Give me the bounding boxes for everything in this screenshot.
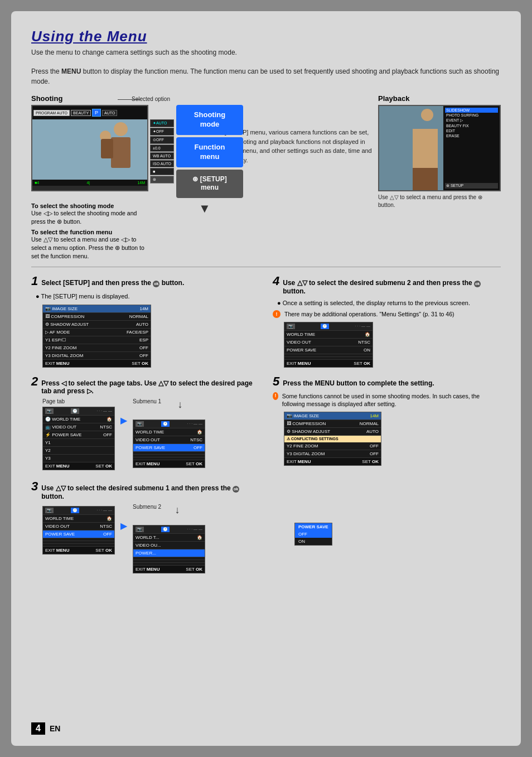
- pb-slideshow: SLIDESHOW: [445, 108, 498, 113]
- pb-setup: ⊛ SETUP: [445, 183, 498, 189]
- s3r-powersave: POWER...: [133, 549, 205, 557]
- selected-option-line: [118, 99, 140, 100]
- menu-row-imagesize: 📷 IMAGE SIZE14M: [43, 305, 151, 313]
- camera-screen: PROGRAM AUTO BEAUTY P AUTO: [31, 105, 148, 191]
- shooting-hints: To select the shooting mode Use ◁▷ to se…: [31, 202, 148, 260]
- menu-row-shadow: ⚙ SHADOW ADJUSTAUTO: [43, 321, 151, 329]
- main-page: Using the Menu Use the menu to change ca…: [11, 11, 521, 746]
- cm-imagesize: 📷 IMAGE SIZE14M: [284, 412, 381, 420]
- step-3-header: 3 Use △▽ to select the desired submenu 1…: [31, 479, 259, 500]
- s3r-videoout: VIDEO OU...: [133, 542, 205, 549]
- shooting-label: Shooting: [31, 94, 196, 103]
- page-tab-menu: 📷 🕐 · · · — — 🕐 WORLD TIME🏠 📺 VIDEO OUTN…: [42, 407, 115, 470]
- function-menu-box: Functionmenu: [176, 137, 243, 167]
- step-1: 1 Select [SETUP] and then press the ok b…: [31, 274, 259, 368]
- top-diagram: Shooting Selected option PROGRAM AUTO BE…: [31, 94, 501, 260]
- mode-program: PROGRAM AUTO: [33, 110, 70, 116]
- step-3-num: 3: [31, 479, 38, 494]
- menu-row-finezoom: Y2 FINE ZOOMOFF: [43, 344, 151, 352]
- info-icon-5: !: [273, 392, 278, 400]
- cm-finezoom: Y2 FINE ZOOMOFF: [284, 442, 381, 450]
- sm1-footer: EXIT MENUSET OK: [133, 460, 205, 467]
- step4-final-menu: 📷 🕐 · · · — — WORLD TIME🏠 VIDEO OUTNTSC …: [284, 322, 373, 368]
- playback-hint: Use △▽ to select a menu and press the ⊛ …: [378, 194, 501, 209]
- playback-menu: SLIDESHOW PHOTO SURFING EVENT ▷ BEAUTY F…: [443, 106, 500, 190]
- step4-menu-display: 📷 🕐 · · · — — WORLD TIME🏠 VIDEO OUTNTSC …: [284, 322, 501, 368]
- s4-powersave: POWER SAVEON: [284, 346, 373, 354]
- s4-worldtime: WORLD TIME🏠: [284, 331, 373, 339]
- step3-right-menu: 📷 🕐 · · · — — WORLD T...🏠 VIDEO OU...: [133, 525, 205, 573]
- step-5: 5 Press the MENU button to complete the …: [273, 374, 501, 466]
- step-2-text: Press ◁ to select the page tabs. Use △▽ …: [41, 379, 259, 395]
- pb-erase: ERASE: [445, 133, 498, 138]
- pb-edit: EDIT: [445, 128, 498, 133]
- page-title: Using the Menu: [31, 28, 501, 45]
- divider-1: [31, 267, 501, 267]
- step-3: 3 Use △▽ to select the desired submenu 1…: [31, 479, 259, 576]
- arrow-down: ▼: [199, 201, 211, 216]
- photo-area: [32, 119, 147, 180]
- menu-boxes: Shootingmode Functionmenu ⊛ [SETUP]menu …: [176, 105, 243, 216]
- s3l-videoout: VIDEO OUTNTSC: [43, 523, 114, 531]
- menu-row-esp: Y1 ESP/☐ESP: [43, 336, 151, 344]
- s4-footer: EXIT MENUSET OK: [284, 360, 373, 367]
- s3l-footer: EXIT MENUSET OK: [43, 547, 114, 554]
- step-1-bullet: The [SETUP] menu is displayed.: [36, 292, 259, 301]
- sm1-videoout: VIDEO OUTNTSC: [133, 436, 205, 444]
- cam-bottom: ■4 4| 14M: [32, 180, 147, 186]
- s3l-powersave: POWER SAVEOFF: [43, 531, 114, 538]
- s3r-worldtime: WORLD T...🏠: [133, 534, 205, 542]
- page-tab-label: Page tab: [42, 398, 115, 404]
- step-5-text: Press the MENU button to complete the se…: [283, 379, 434, 387]
- step-4-note: ! There may be additional operations. "M…: [273, 310, 501, 319]
- mode-bar: PROGRAM AUTO BEAUTY P AUTO: [32, 106, 147, 119]
- cm-footer: EXIT MENUSET OK: [284, 458, 381, 465]
- side-menu: ✦AUTO ✦OFF ⊙OFF ±0.0 WB AUTO ISO AUTO ■ …: [150, 119, 174, 184]
- pt-videoout: 📺 VIDEO OUTNTSC: [43, 423, 114, 431]
- menu-row-compression: 🖼 COMPRESSIONNORMAL: [43, 313, 151, 321]
- pb-beauty-fix: BEAUTY FIX: [445, 123, 498, 128]
- pt-y2: Y2: [43, 447, 114, 455]
- sm1-worldtime: WORLD TIME🏠: [133, 428, 205, 436]
- step-4-header: 4 Use △▽ to select the desired submenu 2…: [273, 274, 501, 295]
- sm1-icons: 📷 🕐 · · · — —: [133, 420, 205, 428]
- playback-area: Playback SLIDESHOW PHOTO SURFING EVENT ▷…: [378, 94, 501, 209]
- step-2-right: Submenu 1 ↓ 📷 🕐 · · · — — WORLD TIME🏠: [133, 398, 205, 470]
- setup-menu-display: 📷 IMAGE SIZE14M 🖼 COMPRESSIONNORMAL ⚙ SH…: [42, 305, 259, 368]
- step-4-text: Use △▽ to select the desired submenu 2 a…: [283, 279, 501, 295]
- ok-icon-1: ok: [153, 281, 159, 287]
- conflict-menu-table: 📷 IMAGE SIZE14M 🖼 COMPRESSIONNORMAL ⚙ SH…: [284, 412, 381, 466]
- submenu2-on: ON: [295, 538, 332, 545]
- step-2: 2 Press ◁ to select the page tabs. Use △…: [31, 374, 259, 472]
- step-5-header: 5 Press the MENU button to complete the …: [273, 374, 501, 389]
- cm-digitalzoom: Y3 DIGITAL ZOOMOFF: [284, 450, 381, 458]
- step-5-note-text: Some functions cannot be used in some sh…: [282, 392, 501, 408]
- conflict-menu-display: 📷 IMAGE SIZE14M 🖼 COMPRESSIONNORMAL ⚙ SH…: [284, 412, 501, 466]
- s3r-icons: 📷 🕐 · · · — —: [133, 525, 205, 534]
- mode-beauty: BEAUTY: [71, 110, 91, 116]
- arrow-right-3: ▶: [120, 520, 127, 531]
- cm-conflict: ⚠ CONFLICTING SETTINGS: [284, 436, 381, 442]
- submenu1-menu: 📷 🕐 · · · — — WORLD TIME🏠 VIDEO OUTNTSC: [133, 420, 205, 468]
- step-2-left: Page tab 📷 🕐 · · · — — 🕐 WORLD TIME🏠: [42, 398, 115, 472]
- shooting-area: Shooting Selected option PROGRAM AUTO BE…: [31, 94, 196, 260]
- submenu2-off: OFF: [295, 531, 332, 538]
- step3-left-menu: 📷 🕐 · · · — — WORLD TIME🏠 VIDEO OUTNTSC: [42, 506, 115, 555]
- step-5-note: ! Some functions cannot be used in some …: [273, 392, 501, 408]
- page-footer: 4 EN: [31, 722, 60, 735]
- ok-icon-4: ok: [474, 281, 481, 287]
- s3r-footer: EXIT MENUSET OK: [133, 566, 205, 573]
- pb-event: EVENT ▷: [445, 118, 498, 123]
- playback-label: Playback: [378, 94, 501, 103]
- step-5-num: 5: [273, 374, 279, 389]
- step-2-diagram: Page tab 📷 🕐 · · · — — 🕐 WORLD TIME🏠: [42, 398, 259, 472]
- step-4-bullet: Once a setting is selected, the display …: [277, 298, 501, 308]
- arrow-right-2: ▶: [120, 415, 127, 426]
- step-4: 4 Use △▽ to select the desired submenu 2…: [273, 274, 501, 367]
- step-2-header: 2 Press ◁ to select the page tabs. Use △…: [31, 374, 259, 395]
- step-1-header: 1 Select [SETUP] and then press the ok b…: [31, 274, 259, 288]
- submenu2-header: POWER SAVE: [295, 523, 332, 531]
- function-hint-text: Use △▽ to select a menu and use ◁▷ to se…: [31, 235, 148, 260]
- setup-menu-box: ⊛ [SETUP]menu: [176, 170, 243, 198]
- step-3-left: 📷 🕐 · · · — — WORLD TIME🏠 VIDEO OUTNTSC: [42, 504, 115, 557]
